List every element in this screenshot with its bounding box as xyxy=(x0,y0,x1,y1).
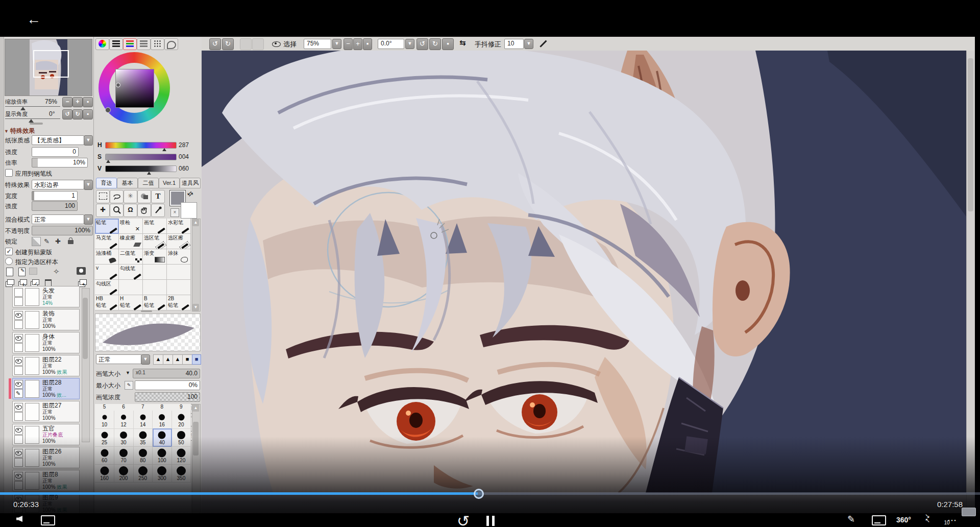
layer-edit-toggle[interactable]: ✎ xyxy=(14,366,23,375)
opacity-slider[interactable]: 100% xyxy=(32,226,93,235)
flip-icon[interactable]: ⇆ xyxy=(459,38,466,47)
brush-tab[interactable]: 二值 xyxy=(138,178,159,188)
canvas-zoom-dropdown[interactable]: ▼ xyxy=(332,39,341,49)
swatches-tab[interactable] xyxy=(151,38,164,50)
size-option[interactable]: 100 xyxy=(153,446,172,465)
back-button[interactable]: ← xyxy=(27,12,41,27)
panel-divider[interactable] xyxy=(30,123,43,125)
layer-edit-toggle[interactable]: ✎ xyxy=(14,435,23,444)
panel-divider[interactable] xyxy=(141,310,152,312)
min-size-input[interactable]: 0% xyxy=(135,380,200,390)
size-option[interactable]: 8 xyxy=(153,404,172,410)
layer-item[interactable]: ✎ 头发 正常 14% xyxy=(12,286,80,307)
layer-visibility-toggle[interactable] xyxy=(14,334,23,343)
size-grid-scrollbar[interactable]: ▲ ▼ xyxy=(192,404,201,527)
selection-sample-radio[interactable] xyxy=(5,257,13,265)
size-option[interactable]: 200 xyxy=(114,464,134,483)
size-option[interactable]: 80 xyxy=(133,446,153,465)
ratio-slider[interactable]: 10% xyxy=(32,158,88,167)
new-layer-button[interactable] xyxy=(5,267,14,276)
brush-cell[interactable]: HB 铅笔 xyxy=(95,295,119,310)
canvas-rotate-ccw[interactable]: ↺ xyxy=(416,38,428,50)
layer-edit-toggle[interactable]: ✎ xyxy=(14,320,23,329)
scroll-up-button[interactable]: ▲ xyxy=(192,404,199,412)
layer-item[interactable]: ✎ 图层28 正常 100% 效... xyxy=(12,378,80,399)
layer-edit-toggle[interactable]: ✎ xyxy=(14,458,23,467)
brush-cell[interactable]: 渐变 xyxy=(143,249,167,265)
zoom-tool[interactable] xyxy=(110,204,124,217)
layer-visibility-toggle[interactable] xyxy=(14,357,23,366)
text-tool[interactable]: T xyxy=(151,190,165,203)
lock-draw-icon[interactable]: ✎ xyxy=(44,238,50,245)
canvas-vertical-scrollbar[interactable] xyxy=(966,51,975,527)
layer-edit-toggle[interactable]: ✎ xyxy=(14,343,23,352)
eyedropper-tool[interactable] xyxy=(151,204,165,217)
rotate-view-tool[interactable]: Ω xyxy=(124,204,137,217)
brush-cell[interactable]: 喷枪 xyxy=(119,219,143,234)
layer-visibility-toggle[interactable] xyxy=(14,380,23,389)
layer-edit-toggle[interactable]: ✎ xyxy=(14,412,23,421)
brush-cell[interactable]: 马克笔 xyxy=(95,234,119,249)
size-option[interactable]: 25 xyxy=(95,428,114,447)
stabilizer-dropdown[interactable]: ▼ xyxy=(524,39,533,49)
pressure-icon[interactable]: ✎ xyxy=(125,381,133,390)
size-option[interactable]: 40 xyxy=(153,428,172,447)
edit-button[interactable]: ✎ xyxy=(847,514,855,525)
v-slider[interactable] xyxy=(105,165,177,172)
new-folder-button[interactable] xyxy=(29,268,37,275)
size-option[interactable]: 5 xyxy=(95,404,114,410)
hue-ring-marker[interactable] xyxy=(105,107,111,113)
layer-edit-toggle[interactable]: ✎ xyxy=(14,481,23,490)
layer-item[interactable]: ✎ 图层26 正常 100% xyxy=(12,447,80,468)
lock-alpha-icon[interactable] xyxy=(32,237,41,246)
volume-button[interactable] xyxy=(16,516,22,522)
move-tool[interactable]: ✚ xyxy=(96,204,110,217)
magic-wand-tool[interactable]: ✳ xyxy=(124,190,137,203)
size-option[interactable]: 250 xyxy=(133,464,153,483)
danmaku-button[interactable] xyxy=(41,515,55,525)
navigator-preview[interactable] xyxy=(5,39,92,96)
hand-tool[interactable] xyxy=(137,204,151,217)
undo-button[interactable]: ↺ xyxy=(209,38,221,50)
canvas-zoom-out[interactable]: − xyxy=(344,38,353,50)
paper-select[interactable]: 【无质感】 xyxy=(32,135,84,145)
tip-shape-4[interactable]: ■ xyxy=(182,354,192,365)
layer-item[interactable]: ✎ 图层22 正常 100% 效果 xyxy=(12,355,80,376)
size-option[interactable]: 20 xyxy=(172,411,191,429)
scroll-up-button[interactable]: ▲ xyxy=(192,219,199,226)
paper-dropdown-button[interactable]: ▼ xyxy=(84,135,93,146)
brush-grid-scrollbar[interactable]: ▲ ▼ xyxy=(192,219,201,312)
brush-cell[interactable]: 铅笔 xyxy=(95,219,119,234)
size-option[interactable]: 160 xyxy=(95,464,114,483)
effect-select[interactable]: 水彩边界 xyxy=(32,180,84,189)
size-option[interactable]: 10 xyxy=(95,411,114,429)
brush-cell[interactable]: 画笔 xyxy=(143,219,167,234)
tip-shape-2[interactable]: ▲ xyxy=(163,354,173,365)
layer-visibility-toggle[interactable] xyxy=(14,472,23,481)
strength2-slider[interactable]: 100 xyxy=(32,201,78,211)
layer-item[interactable]: ✎ 图层8 正常 100% 效果 xyxy=(12,470,80,491)
more-options-button[interactable]: ⋯ xyxy=(947,515,958,526)
size-option[interactable]: 35 xyxy=(133,428,153,447)
layer-item[interactable]: ✎ 图层27 正常 100% xyxy=(12,401,80,422)
shape-tool[interactable] xyxy=(137,190,151,203)
strength-input[interactable]: 0 xyxy=(32,147,79,157)
brush-cell[interactable]: 2B 铅笔 xyxy=(167,295,191,310)
canvas-zoom-select[interactable]: 75% xyxy=(304,39,331,49)
lock-move-icon[interactable]: ✚ xyxy=(55,238,61,245)
size-option[interactable]: 60 xyxy=(95,446,114,465)
brush-cell[interactable]: H 铅笔 xyxy=(119,295,143,310)
layer-item[interactable]: ✎ 五官 正片叠底 100% xyxy=(12,424,80,445)
canvas-rotate-cw[interactable]: ↻ xyxy=(429,38,441,50)
selection-visibility-icon[interactable] xyxy=(272,41,281,47)
rotate-360-button[interactable]: 360° xyxy=(896,516,911,524)
special-effects-header[interactable]: ▼ 特殊效果 xyxy=(4,127,35,135)
layer-visibility-toggle[interactable] xyxy=(14,288,23,297)
s-slider[interactable] xyxy=(105,154,177,160)
redo-button[interactable]: ↻ xyxy=(222,38,234,50)
layer-item[interactable]: ✎ 装饰 正常 100% xyxy=(12,309,80,330)
blend-select[interactable]: 正常 xyxy=(32,214,84,224)
brush-cell[interactable]: v xyxy=(95,265,119,280)
size-option[interactable]: 6 xyxy=(114,404,133,410)
tip-shape-3[interactable]: ▲ xyxy=(173,354,183,365)
